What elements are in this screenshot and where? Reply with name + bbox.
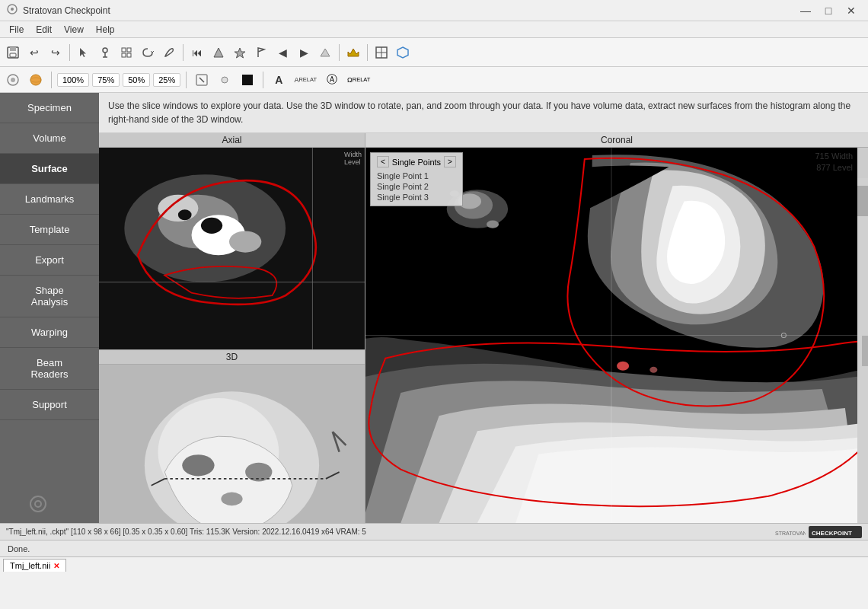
sphere-btn[interactable] <box>26 70 46 90</box>
grid-button[interactable] <box>116 43 136 62</box>
color-btn[interactable] <box>238 70 257 90</box>
sidebar-logo <box>0 420 99 523</box>
points-label: Single Points <box>392 158 441 167</box>
svg-marker-18 <box>397 47 408 58</box>
text-circle-btn[interactable]: Ⓐ <box>322 70 342 90</box>
svg-text:CHECKPOINT: CHECKPOINT <box>812 530 852 537</box>
axial-panel: Axial <box>99 133 365 350</box>
brightness-btn[interactable] <box>215 70 235 90</box>
sep2 <box>183 44 183 61</box>
menu-view[interactable]: View <box>58 23 90 37</box>
left-panels: Axial <box>99 133 365 523</box>
sep4 <box>367 44 368 61</box>
zoom-100[interactable]: 100% <box>57 73 89 87</box>
arrow-right-button[interactable]: ▶ <box>294 43 314 62</box>
svg-rect-8 <box>122 48 126 52</box>
tab-label: Tmj_left.nii <box>10 561 50 570</box>
3d-image[interactable] <box>99 365 365 523</box>
app-title: Stratovan Checkpoint <box>23 5 795 16</box>
points-item-2[interactable]: Single Point 2 <box>377 181 456 192</box>
3d-panel: 3D <box>99 350 365 523</box>
star-button[interactable] <box>230 43 250 62</box>
redo-button[interactable]: ↪ <box>46 43 65 62</box>
flag-button[interactable] <box>251 43 271 62</box>
sidebar-item-specimen[interactable]: Specimen <box>0 93 99 123</box>
points-item-3[interactable]: Single Point 3 <box>377 192 456 202</box>
coronal-panel-content: < Single Points > Single Point 1 Single … <box>365 148 868 523</box>
text-relat-btn[interactable]: ARELAT <box>292 70 319 90</box>
undo-button[interactable]: ↩ <box>24 43 44 62</box>
grid2-button[interactable] <box>372 43 391 62</box>
circle-btn[interactable] <box>3 70 23 90</box>
sidebar-item-surface[interactable]: Surface <box>0 154 99 184</box>
svg-rect-10 <box>122 53 126 57</box>
zoom-50[interactable]: 50% <box>123 73 150 87</box>
tab-close-btn[interactable]: ✕ <box>53 562 59 570</box>
sep6 <box>186 72 187 88</box>
sidebar-item-landmarks[interactable]: Landmarks <box>0 184 99 215</box>
file-tab[interactable]: Tmj_left.nii ✕ <box>3 559 66 572</box>
maximize-button[interactable]: □ <box>818 3 839 18</box>
scrollbar-thumb[interactable] <box>857 186 868 216</box>
zoom-25[interactable]: 25% <box>153 73 180 87</box>
svg-point-42 <box>182 454 214 476</box>
minimize-button[interactable]: — <box>795 3 816 18</box>
arrow-left-button[interactable]: ◀ <box>273 43 292 62</box>
menu-help[interactable]: Help <box>90 23 121 37</box>
tab-bar: Tmj_left.nii ✕ <box>0 556 868 573</box>
points-nav-next[interactable]: > <box>444 156 456 167</box>
save-button[interactable] <box>3 43 23 62</box>
landmark-button[interactable] <box>95 43 115 62</box>
menu-file[interactable]: File <box>3 23 30 37</box>
scrollbar-button[interactable] <box>862 336 868 366</box>
axial-image[interactable]: WidthLevel <box>99 148 365 349</box>
sidebar-item-beam-readers[interactable]: BeamReaders <box>0 348 99 390</box>
svg-text:STRATOVAN: STRATOVAN <box>775 531 806 536</box>
coords-overlay: 715 Width 877 Level <box>815 151 853 174</box>
cursor-button[interactable] <box>74 43 94 62</box>
points-panel-header: < Single Points > <box>377 156 456 167</box>
info-bar: Use the slice windows to explore your da… <box>99 93 868 133</box>
points-nav-prev[interactable]: < <box>377 156 389 167</box>
shape-button[interactable] <box>209 43 228 62</box>
svg-rect-4 <box>10 53 16 57</box>
svg-point-64 <box>487 221 499 228</box>
coronal-scrollbar[interactable] <box>857 148 868 523</box>
close-button[interactable]: ✕ <box>841 3 862 18</box>
zoom-75[interactable]: 75% <box>92 73 120 87</box>
panels-container: Axial <box>99 133 868 523</box>
text-a-btn[interactable]: A <box>269 70 289 90</box>
coronal-image[interactable]: < Single Points > Single Point 1 Single … <box>365 148 857 523</box>
svg-point-66 <box>617 362 629 371</box>
svg-point-36 <box>178 209 192 220</box>
omega-btn[interactable]: ΩRELAT <box>345 70 372 90</box>
zoom-thumb-btn[interactable] <box>192 70 212 90</box>
sidebar-item-export[interactable]: Export <box>0 245 99 276</box>
scrollbar-track-top <box>857 148 868 178</box>
hex-button[interactable] <box>393 43 413 62</box>
coronal-header: Coronal <box>365 133 868 148</box>
sidebar: Specimen Volume Surface Landmarks Templa… <box>0 93 99 523</box>
lasso-button[interactable] <box>138 43 158 62</box>
sidebar-item-template[interactable]: Template <box>0 215 99 245</box>
sidebar-item-shape-analysis[interactable]: ShapeAnalysis <box>0 276 99 317</box>
triangle-button[interactable] <box>315 43 335 62</box>
svg-point-44 <box>221 492 242 505</box>
svg-point-5 <box>103 48 107 53</box>
sidebar-item-volume[interactable]: Volume <box>0 123 99 154</box>
svg-point-34 <box>229 231 261 252</box>
sidebar-item-warping[interactable]: Warping <box>0 317 99 348</box>
points-item-1[interactable]: Single Point 1 <box>377 171 456 181</box>
svg-point-21 <box>30 75 41 85</box>
toolbar-main: ↩ ↪ ⏮ ◀ ▶ <box>0 38 868 67</box>
svg-marker-13 <box>235 48 245 58</box>
menu-edit[interactable]: Edit <box>30 23 58 37</box>
svg-point-25 <box>222 77 228 83</box>
play-back-button[interactable]: ⏮ <box>187 43 207 62</box>
status-bar: Done. <box>0 540 868 556</box>
sep7 <box>263 72 263 88</box>
sidebar-item-support[interactable]: Support <box>0 390 99 420</box>
paint-button[interactable] <box>159 43 179 62</box>
crown-button[interactable] <box>343 43 363 62</box>
status-text: Done. <box>8 544 30 553</box>
